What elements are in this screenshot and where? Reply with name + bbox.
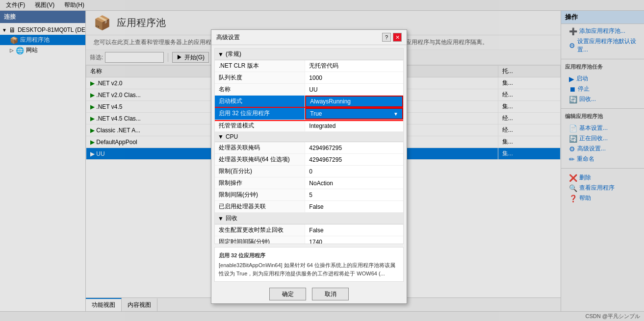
section-general[interactable]: ▼ (常规) — [215, 49, 403, 60]
prop-pipeline-name: 托管管道模式 — [215, 120, 305, 131]
prop-cpu-limit-action: 限制操作 NoAction — [215, 177, 403, 189]
prop-clr-version-value: 无托管代码 — [305, 60, 403, 72]
prop-cpu-affinity-enabled-name: 已启用处理器关联 — [215, 201, 305, 212]
prop-name: 名称 UU — [215, 84, 403, 96]
prop-cpu-limit-action-name: 限制操作 — [215, 177, 305, 189]
dialog-titlebar: 高级设置 ? ✕ — [211, 30, 407, 45]
section-recycle[interactable]: ▼ 回收 — [215, 213, 403, 224]
prop-recycle-config-name: 发生配置更改时禁止回收 — [215, 224, 305, 236]
prop-cpu-affinity64: 处理器关联掩码(64 位选项) 4294967295 — [215, 154, 403, 166]
prop-queue-length-value: 1000 — [305, 72, 403, 83]
prop-cpu-affinity64-name: 处理器关联掩码(64 位选项) — [215, 154, 305, 165]
prop-name-value: UU — [305, 84, 403, 95]
prop-clr-version: .NET CLR 版本 无托管代码 — [215, 60, 403, 72]
prop-cpu-affinity: 处理器关联掩码 4294967295 — [215, 142, 403, 154]
dropdown-icon[interactable]: ▼ — [393, 111, 398, 117]
prop-name-label: 名称 — [215, 84, 305, 95]
prop-cpu-limit-action-value: NoAction — [305, 177, 403, 189]
dialog-body: ▼ (常规) .NET CLR 版本 无托管代码 队列长度 1000 名称 UU… — [214, 48, 404, 244]
prop-recycle-interval-name: 固定时间间隔(分钟) — [215, 236, 305, 244]
modal-overlay: 高级设置 ? ✕ ▼ (常规) .NET CLR 版本 无托管代码 队列长度 1… — [0, 0, 644, 321]
collapse-icon: ▼ — [218, 51, 224, 58]
prop-cpu-limit-interval-name: 限制间隔(分钟) — [215, 189, 305, 200]
dialog-desc-title: 启用 32 位应用程序 — [219, 251, 399, 260]
prop-clr-version-name: .NET CLR 版本 — [215, 60, 305, 72]
prop-32bit-value[interactable]: True ▼ — [305, 108, 403, 120]
dialog-cancel-button[interactable]: 取消 — [312, 288, 349, 300]
prop-cpu-affinity64-value: 4294967295 — [305, 154, 403, 165]
prop-cpu-limit-pct-value: 0 — [305, 166, 403, 177]
prop-recycle-interval-value: 1740 — [305, 236, 403, 244]
prop-cpu-affinity-enabled: 已启用处理器关联 False — [215, 201, 403, 213]
prop-start-mode-value: AlwaysRunning — [305, 96, 403, 107]
dialog-ok-button[interactable]: 确定 — [269, 288, 306, 300]
dialog-title: 高级设置 — [216, 33, 240, 42]
prop-cpu-affinity-enabled-value: False — [305, 201, 403, 212]
collapse-recycle-icon: ▼ — [218, 215, 224, 222]
prop-recycle-config: 发生配置更改时禁止回收 False — [215, 224, 403, 236]
dialog-question-button[interactable]: ? — [382, 33, 391, 42]
dialog: 高级设置 ? ✕ ▼ (常规) .NET CLR 版本 无托管代码 队列长度 1… — [211, 29, 407, 304]
prop-queue-length-name: 队列长度 — [215, 72, 305, 83]
prop-32bit-name: 启用 32 位应用程序 — [215, 108, 305, 120]
prop-cpu-affinity-value: 4294967295 — [305, 142, 403, 153]
prop-recycle-config-value: False — [305, 224, 403, 236]
prop-pipeline: 托管管道模式 Integrated — [215, 120, 403, 132]
prop-start-mode: 启动模式 AlwaysRunning — [215, 96, 403, 108]
prop-cpu-limit-pct: 限制(百分比) 0 — [215, 166, 403, 177]
prop-pipeline-value: Integrated — [305, 120, 403, 131]
section-general-label: (常规) — [226, 50, 241, 58]
dialog-close-button[interactable]: ✕ — [393, 33, 402, 42]
prop-32bit: 启用 32 位应用程序 True ▼ — [215, 108, 403, 120]
dialog-controls: ? ✕ — [382, 33, 402, 42]
dialog-footer: 确定 取消 — [211, 285, 407, 303]
section-recycle-label: 回收 — [226, 214, 237, 222]
prop-recycle-interval: 固定时间间隔(分钟) 1740 — [215, 236, 403, 244]
prop-cpu-limit-interval: 限制间隔(分钟) 5 — [215, 189, 403, 201]
prop-cpu-affinity-name: 处理器关联掩码 — [215, 142, 305, 153]
collapse-cpu-icon: ▼ — [218, 133, 224, 140]
prop-cpu-limit-pct-name: 限制(百分比) — [215, 166, 305, 177]
section-cpu-label: CPU — [226, 133, 238, 140]
prop-queue-length: 队列长度 1000 — [215, 72, 403, 84]
prop-start-mode-name: 启动模式 — [215, 96, 305, 107]
dialog-description: 启用 32 位应用程序 [enable32BitAppOnWin64] 如果针对… — [214, 247, 404, 282]
prop-cpu-limit-interval-value: 5 — [305, 189, 403, 200]
dialog-desc-text: [enable32BitAppOnWin64] 如果针对 64 位操作系统上的应… — [219, 261, 399, 277]
section-cpu[interactable]: ▼ CPU — [215, 132, 403, 142]
